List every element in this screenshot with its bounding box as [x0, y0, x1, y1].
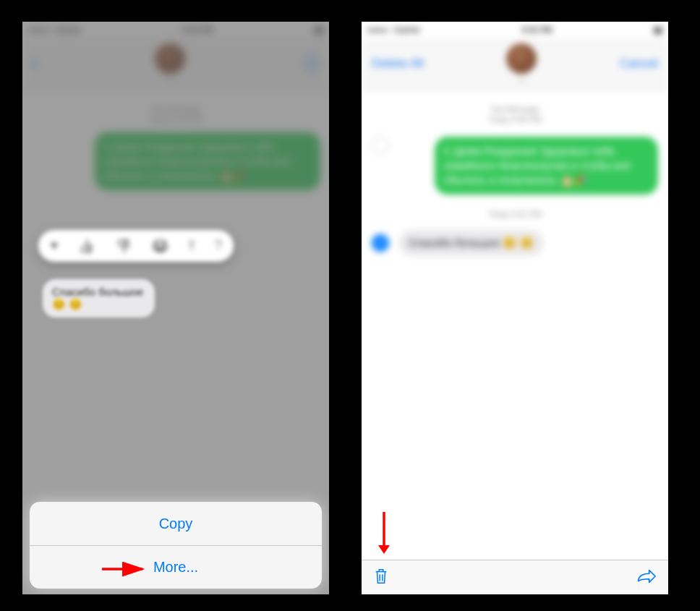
message-timestamp: Text Message Today 9:40 PM — [362, 104, 668, 125]
select-circle-unchecked[interactable] — [372, 137, 389, 154]
battery-icon: ▮▮ — [654, 25, 662, 35]
copy-button[interactable]: Copy — [30, 502, 322, 545]
phone-screenshot-right: ●●●●○ Carrier 9:41 PM ▮▮ Delete All — Ca… — [362, 22, 668, 594]
tapback-heart-icon[interactable]: ♥ — [50, 237, 59, 255]
tapback-thumbsdown-icon[interactable]: 👎 — [114, 237, 132, 255]
delete-all-button[interactable]: Delete All — [372, 56, 424, 71]
tapback-thumbsup-icon[interactable]: 👍 — [77, 237, 95, 255]
received-message-bubble[interactable]: Спасибо большое 😊 😊 — [399, 230, 543, 256]
trash-icon[interactable] — [373, 567, 389, 589]
phone-screenshot-left: ●●●●○ Carrier 9:41 PM ▮▮ ‹ — ⓘ Text Mess… — [22, 22, 329, 594]
status-time: 9:41 PM — [522, 25, 552, 34]
checkmark-icon — [376, 238, 385, 247]
carrier-label: Carrier — [394, 25, 420, 34]
signal-icon: ●●●●○ — [367, 25, 391, 34]
blurred-selection-bg: ●●●●○ Carrier 9:41 PM ▮▮ Delete All — Ca… — [362, 22, 668, 594]
selection-toolbar — [362, 560, 668, 594]
focused-received-bubble[interactable]: Спасибо большое 😊 😊 — [43, 279, 187, 317]
contact-avatar[interactable] — [506, 43, 537, 74]
more-button[interactable]: More... — [30, 545, 322, 589]
tapback-exclaim-icon[interactable]: ‼ — [188, 237, 195, 255]
cancel-button[interactable]: Cancel — [620, 56, 658, 71]
sent-message-bubble[interactable]: С Днём Рождения! Здоровья тебе, семейног… — [435, 137, 658, 195]
tapback-haha-icon[interactable]: 😂 — [151, 237, 169, 255]
status-bar: ●●●●○ Carrier 9:41 PM ▮▮ — [362, 22, 668, 38]
tapback-bar: ♥ 👍 👎 😂 ‼ ? — [38, 230, 234, 262]
recv-timestamp: Today 9:41 PM — [362, 209, 668, 219]
forward-share-icon[interactable] — [636, 568, 657, 587]
tapback-question-icon[interactable]: ? — [214, 237, 222, 255]
nav-bar-selection: Delete All — Cancel — [362, 38, 668, 90]
contact-name: — — [518, 75, 525, 83]
action-sheet: Copy More... — [30, 502, 322, 589]
select-circle-checked[interactable] — [372, 234, 389, 252]
